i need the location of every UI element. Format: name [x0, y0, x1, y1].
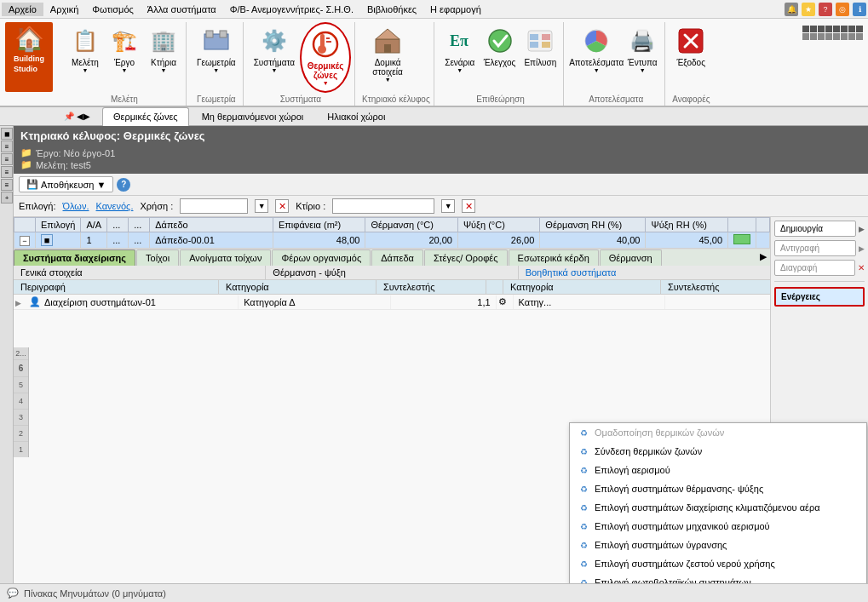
ribbon-btn-meleti-label: Μελέτη — [72, 58, 99, 67]
ribbon-btn-ergo[interactable]: 🏗️ Έργο ▼ — [106, 22, 143, 77]
filter-all-link[interactable]: Όλων. — [63, 201, 89, 211]
left-tool-1[interactable]: ◼ — [1, 128, 13, 140]
filter-use-input[interactable] — [180, 198, 248, 214]
copy-button[interactable]: Αντιγραφή — [774, 240, 856, 256]
ribbon-btn-thermikes[interactable]: Θερμικές ζώνες ▼ — [300, 22, 351, 93]
dropdown-item-sindesi[interactable]: ♻ Σύνδεση θερμικών ζωνών — [570, 442, 866, 461]
sub-row-expand[interactable]: ▶ — [14, 295, 27, 309]
dropdown-item-mixanikos[interactable]: ♻ Επιλογή συστημάτων μηχανικού αερισμού — [570, 517, 866, 536]
table-row[interactable]: − ■ 1 ... ... Δάπεδο-00.01 48,00 — [14, 232, 770, 249]
menu-item-fb[interactable]: Φ/Β- Ανεμογεννήτριες- Σ.Η.Θ. — [223, 3, 360, 16]
ribbon-btn-elegxos[interactable]: Έλεγχος — [480, 22, 520, 71]
ribbon-btn-domika[interactable]: Δομικά στοιχεία ▼ — [362, 22, 413, 86]
tab-pin-icon[interactable]: 📌 — [64, 112, 74, 121]
app-button[interactable]: 🏠 BuildingStudio — [5, 22, 53, 92]
save-button[interactable]: 💾 Αποθήκευση ▼ — [19, 176, 113, 192]
menu-item-vivliothikes[interactable]: Βιβλιοθήκες — [360, 3, 423, 16]
tab-thermikes[interactable]: Θερμικές ζώνες — [102, 107, 189, 126]
dropdown-item-klimatizomenos[interactable]: ♻ Επιλογή συστημάτων διαχείρισης κλιματι… — [570, 498, 866, 517]
filter-building-btn[interactable]: ▼ — [441, 199, 455, 213]
copy-btn-row: Αντιγραφή ▶ — [774, 240, 865, 256]
status-label: Πίνακας Μηνυμάτων (0 μηνύματα) — [24, 588, 166, 599]
tab-iliakoi[interactable]: Ηλιακοί χώροι — [316, 107, 396, 125]
tab-nav-icon[interactable]: ◀▶ — [77, 112, 90, 121]
sub-tab-systimata[interactable]: Συστήματα διαχείρισης — [14, 249, 135, 266]
delete-button[interactable]: Διαγραφή — [774, 260, 855, 276]
main-table-scroll[interactable]: Επιλογή Α/Α ... ... Δάπεδο Επιφάνεια (m²… — [14, 217, 770, 249]
sub-tab-anoigmata[interactable]: Ανοίγματα τοίχων — [180, 249, 271, 266]
dropdown-recycle-icon-1: ♻ — [580, 447, 588, 456]
info-icon[interactable]: ℹ — [853, 3, 866, 16]
sub-row-settings-icon[interactable]: ⚙ — [497, 295, 514, 309]
ribbon-btn-epilysi[interactable]: Επίλυση — [520, 22, 560, 71]
filter-use-btn[interactable]: ▼ — [255, 199, 268, 213]
sub-tab-dapeda[interactable]: Δάπεδα — [371, 249, 423, 266]
ribbon-btn-meleti[interactable]: 📋 Μελέτη ▼ — [66, 22, 104, 77]
ribbon-btn-exodos[interactable]: Έξοδος — [672, 22, 710, 71]
ribbon-btn-domika-label: Δομικά στοιχεία — [365, 58, 410, 77]
sub-table-row[interactable]: ▶ 👤 Διαχείριση συστημάτων-01 Κατηγορία Δ… — [14, 295, 770, 310]
ribbon-btn-entypa[interactable]: 🖨️ Έντυπα ▼ — [624, 22, 661, 77]
info-help-btn[interactable]: ? — [117, 178, 130, 192]
ribbon-btn-ktiria[interactable]: 🏢 Κτήρια ▼ — [145, 22, 182, 77]
sub-header-general: Γενικά στοιχεία — [14, 266, 266, 279]
ribbon-btn-senaria[interactable]: Επ Σενάρια ▼ — [441, 22, 479, 77]
ribbon-btn-apotelesmata[interactable]: Αποτελέσματα ▼ — [571, 22, 622, 77]
sub-tab-feron[interactable]: Φέρων οργανισμός — [272, 249, 371, 266]
ribbon-btn-elegxos-label: Έλεγχος — [484, 58, 516, 67]
menu-item-fotismos[interactable]: Φωτισμός — [85, 3, 141, 16]
dropdown-recycle-icon-2: ♻ — [580, 466, 588, 475]
create-button[interactable]: Δημιουργία — [774, 221, 856, 237]
sub-tab-steges[interactable]: Στέγες/ Οροφές — [424, 249, 508, 266]
content-header: Κτηριακό κέλυφος: Θερμικές ζώνες — [14, 126, 868, 146]
row-thermanse-cell: 20,00 — [365, 232, 458, 249]
tab-mi-thermainomenoi[interactable]: Μη θερμαινόμενοι χώροι — [191, 107, 315, 125]
row-checkbox[interactable]: ■ — [41, 234, 53, 246]
sub-tab-toixoi[interactable]: Τοίχοι — [136, 249, 179, 266]
energies-btn-container: Ενέργειες — [774, 287, 865, 307]
energies-button[interactable]: Ενέργειες — [774, 287, 865, 307]
ribbon-btn-geometria[interactable]: Γεωμετρία ▼ — [193, 22, 239, 77]
star-icon[interactable]: ★ — [802, 3, 815, 16]
dropdown-item-label-8: Επιλογή φωτοβολταϊκών συστημάτων — [595, 577, 751, 583]
dropdown-item-fotovoltaika[interactable]: ♻ Επιλογή φωτοβολταϊκών συστημάτων — [570, 573, 866, 583]
dropdown-item-aerismos[interactable]: ♻ Επιλογή αερισμού — [570, 461, 866, 479]
svg-rect-14 — [530, 34, 538, 40]
dropdown-item-zesto-nero[interactable]: ♻ Επιλογή συστημάτων ζεστού νερού χρήσης — [570, 554, 866, 573]
ribbon-btn-systimata[interactable]: ⚙️ Συστήματα ▼ — [250, 22, 298, 77]
row-expand-btn[interactable]: − — [20, 236, 30, 246]
left-tool-4[interactable]: ≡ — [1, 166, 13, 178]
menu-item-efarmogi[interactable]: Η εφαρμογή — [423, 3, 488, 16]
filter-building-clear-btn[interactable]: ✕ — [462, 199, 475, 213]
row-more-cell — [756, 232, 770, 249]
filter-none-link[interactable]: Κανενός. — [96, 201, 134, 211]
dropdown-item-omadopoiisi[interactable]: ♻ Ομαδοποίηση θερμικών ζωνών — [570, 423, 866, 442]
left-tool-6[interactable]: + — [1, 192, 13, 204]
menu-right: 🔔 ★ ? ◎ ℹ — [785, 3, 866, 16]
sub-tab-thermanse-tab[interactable]: Θέρμανση — [600, 249, 662, 266]
left-tool-2[interactable]: ≡ — [1, 140, 13, 152]
left-tool-5[interactable]: ≡ — [1, 179, 13, 191]
sub-tab-more[interactable]: ▶ — [756, 249, 770, 266]
menu-item-alla[interactable]: Άλλα συστήματα — [141, 3, 223, 16]
rss-icon[interactable]: ◎ — [836, 3, 849, 16]
main-area: ◼ ≡ ≡ ≡ ≡ + Κτηριακό κέλυφος: Θερμικές ζ… — [0, 126, 868, 583]
filter-building-input[interactable] — [332, 198, 434, 214]
menu-item-arxeio[interactable]: Αρχείο — [2, 3, 43, 16]
help-icon[interactable]: ? — [819, 3, 832, 16]
row-expand-cell[interactable]: − — [14, 232, 36, 249]
filter-clear-btn[interactable]: ✕ — [275, 199, 289, 213]
sub-header-thermanse: Θέρμανση - ψύξη — [266, 266, 518, 279]
menu-item-arxiki[interactable]: Αρχική — [43, 3, 85, 16]
save-dropdown-arrow: ▼ — [96, 180, 106, 190]
dropdown-item-ygransis[interactable]: ♻ Επιλογή συστημάτων ύγρανσης — [570, 536, 866, 554]
row-select-cell[interactable]: ■ — [36, 232, 81, 249]
sub-row-person-icon: 👤 — [27, 295, 39, 309]
dropdown-item-thermanse-psixi[interactable]: ♻ Επιλογή συστημάτων θέρμανσης- ψύξης — [570, 479, 866, 498]
notify-icon[interactable]: 🔔 — [785, 3, 798, 16]
svg-rect-13 — [528, 31, 552, 51]
col-header-psixi-rh: Ψύξη RH (%) — [646, 218, 728, 232]
sub-col-icon — [486, 280, 503, 294]
left-tool-3[interactable]: ≡ — [1, 153, 13, 165]
sub-tab-esoterka[interactable]: Εσωτερικά κέρδη — [509, 249, 599, 266]
